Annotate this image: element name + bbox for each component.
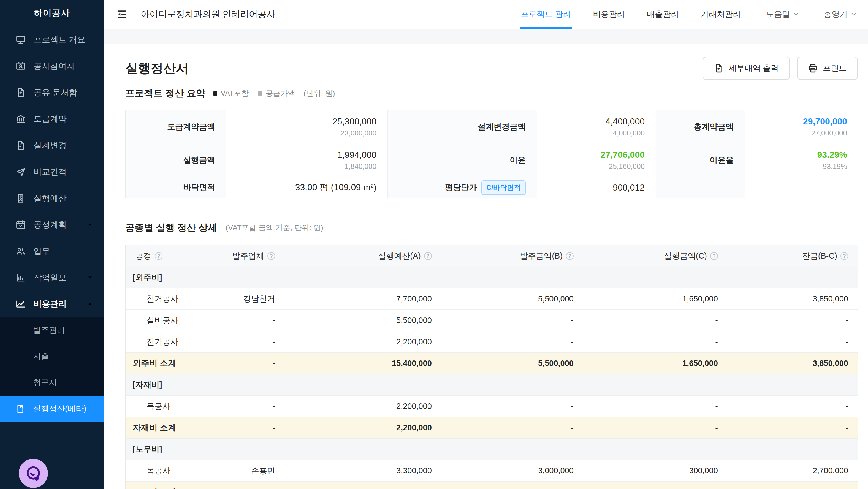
supply-price-label: 공급가액 xyxy=(266,88,295,98)
balance-bc-cell: - xyxy=(728,396,858,417)
help-icon[interactable]: ? xyxy=(268,252,275,260)
sidebar-item-contract[interactable]: 도급계약 xyxy=(0,106,104,132)
sidebar-item-participants[interactable]: 공사참여자 xyxy=(0,53,104,79)
content: 실행정산서 세부내역 출력 프린트 프로젝트 정산 요약 VAT포함 공급가액 … xyxy=(104,56,868,489)
execution-c-cell: - xyxy=(584,310,728,331)
user-name: 홍영기 xyxy=(824,9,848,20)
help-icon[interactable]: ? xyxy=(566,252,574,260)
users-icon xyxy=(16,246,26,256)
execution-c-cell: - xyxy=(584,396,728,417)
document-icon xyxy=(714,63,724,73)
summary-value-execution: 1,994,000 1,840,000 xyxy=(226,144,388,177)
summary-value-contract: 25,300,000 23,000,000 xyxy=(226,111,388,144)
sidebar-item-cost-management[interactable]: 비용관리 xyxy=(0,291,104,317)
execution-c-cell: 1,650,000 xyxy=(584,288,728,310)
sidebar-subitem-label: 발주관리 xyxy=(33,325,65,336)
calendar-icon xyxy=(16,219,26,230)
document-icon xyxy=(16,87,26,98)
sidebar-subitem-invoice[interactable]: 청구서 xyxy=(0,369,104,396)
profit-amount-supply: 25,160,000 xyxy=(609,162,645,171)
contract-amount-supply: 23,000,000 xyxy=(341,129,376,137)
summary-value-profit-rate: 93.29% 93.19% xyxy=(745,144,858,177)
cost-management-submenu: 발주관리 지출 청구서 실행정산(베타) xyxy=(0,317,104,422)
monitor-icon xyxy=(16,34,26,45)
chevron-up-icon xyxy=(86,300,94,308)
subtotal-vendor-cell: - xyxy=(211,417,285,438)
vat-included-label: VAT포함 xyxy=(221,88,249,98)
help-icon[interactable]: ? xyxy=(710,252,718,260)
group-row-cell xyxy=(584,438,728,460)
budget-a-cell: 3,300,000 xyxy=(285,460,442,482)
print-button[interactable]: 프린트 xyxy=(797,57,858,80)
budget-a-cell: 5,500,000 xyxy=(285,310,442,331)
sidebar-item-label: 공유 문서함 xyxy=(34,87,94,98)
subtotal-execution-c-cell: 300,000 xyxy=(584,482,728,489)
process-cell: 전기공사 xyxy=(126,331,211,353)
sidebar-item-schedule-plan[interactable]: 공정계획 xyxy=(0,211,104,238)
budget-a-cell: 7,700,000 xyxy=(285,288,442,310)
summary-value-design-change: 4,400,000 4,000,000 xyxy=(537,111,656,144)
sidebar-subitem-expenses[interactable]: 지출 xyxy=(0,343,104,369)
company-name: 하이공사 xyxy=(0,0,104,26)
vendor-cell: 강남철거 xyxy=(211,288,285,310)
column-header-vendor: 발주업체? xyxy=(211,245,285,267)
export-details-button[interactable]: 세부내역 출력 xyxy=(703,57,790,80)
group-row-cell xyxy=(211,374,285,396)
export-details-label: 세부내역 출력 xyxy=(728,63,779,74)
page-title: 실행정산서 xyxy=(125,60,189,77)
column-header-execution-c: 실행금액(C)? xyxy=(584,245,728,267)
main-area: 아이디문정치과의원 인테리어공사 프로젝트 관리 비용관리 매출관리 거래처관리… xyxy=(104,0,868,489)
balance-bc-cell: - xyxy=(728,331,858,353)
sidebar-item-label: 공사참여자 xyxy=(34,61,94,72)
order-b-cell: 5,500,000 xyxy=(442,288,584,310)
subtotal-budget-a-cell: 2,200,000 xyxy=(285,417,442,438)
subtotal-budget-a-cell: 15,400,000 xyxy=(285,353,442,374)
order-b-cell: - xyxy=(442,310,584,331)
sidebar-subitem-order-management[interactable]: 발주관리 xyxy=(0,317,104,343)
chat-widget-button[interactable] xyxy=(19,459,48,488)
subtotal-order-b-cell: 5,500,000 xyxy=(442,353,584,374)
budget-a-cell: 2,200,000 xyxy=(285,396,442,417)
vendor-cell: - xyxy=(211,310,285,331)
sidebar-item-project-overview[interactable]: 프로젝트 개요 xyxy=(0,26,104,53)
sidebar-item-shared-documents[interactable]: 공유 문서함 xyxy=(0,79,104,106)
summary-label-execution: 실행금액 xyxy=(126,144,226,177)
help-icon[interactable]: ? xyxy=(424,252,432,260)
sidebar-item-label: 도급계약 xyxy=(34,114,94,125)
process-cell: 철거공사 xyxy=(126,288,211,310)
profit-rate-vat: 93.29% xyxy=(817,150,847,160)
vendor-cell: - xyxy=(211,396,285,417)
sidebar-item-label: 공정계획 xyxy=(34,219,86,231)
sidebar-item-daily-report[interactable]: 작업일보 xyxy=(0,264,104,291)
sidebar-subitem-label: 지출 xyxy=(33,351,49,362)
sidebar-item-design-change[interactable]: 설계변경 xyxy=(0,132,104,159)
column-header-process: 공정? xyxy=(126,245,211,267)
profit-amount-vat: 27,706,000 xyxy=(600,150,645,160)
group-row-label: [노무비] xyxy=(126,438,211,460)
sidebar-item-execution-budget[interactable]: 실행예산 xyxy=(0,185,104,211)
summary-section-title: 프로젝트 정산 요약 xyxy=(125,87,206,100)
user-dropdown[interactable]: 홍영기 xyxy=(824,0,857,29)
subtotal-budget-a-cell: 3,300,000 xyxy=(285,482,442,489)
sidebar-item-tasks[interactable]: 업무 xyxy=(0,238,104,264)
help-icon[interactable]: ? xyxy=(840,252,848,260)
group-row-cell xyxy=(442,438,584,460)
tab-vendor-management[interactable]: 거래처관리 xyxy=(700,0,742,29)
column-header-budget-a: 실행예산(A)? xyxy=(285,245,442,267)
sidebar-item-comparative-estimate[interactable]: 비교견적 xyxy=(0,159,104,185)
group-row-cell xyxy=(211,267,285,288)
order-b-cell: 3,000,000 xyxy=(442,460,584,482)
collapse-sidebar-icon[interactable] xyxy=(117,8,129,20)
subtotal-balance-bc-cell: 3,850,000 xyxy=(728,353,858,374)
sidebar-item-label: 프로젝트 개요 xyxy=(34,34,94,45)
help-dropdown[interactable]: 도움말 xyxy=(766,0,800,29)
tab-project-management[interactable]: 프로젝트 관리 xyxy=(520,0,572,29)
sidebar-subitem-execution-settlement-beta[interactable]: 실행정산(베타) xyxy=(0,396,104,422)
project-title: 아이디문정치과의원 인테리어공사 xyxy=(141,8,275,20)
help-icon[interactable]: ? xyxy=(155,252,162,260)
tab-sales-management[interactable]: 매출관리 xyxy=(646,0,680,29)
summary-label-unit-price: 평당단가 C/바닥면적 xyxy=(388,177,537,198)
tab-cost-management[interactable]: 비용관리 xyxy=(592,0,626,29)
summary-label-total-contract: 총계약금액 xyxy=(656,111,745,144)
subtotal-balance-bc-cell: 2,700,000 xyxy=(728,482,858,489)
